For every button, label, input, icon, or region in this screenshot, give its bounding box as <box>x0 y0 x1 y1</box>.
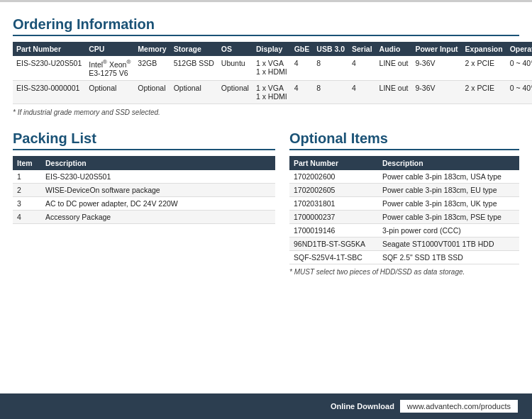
packing-list-section: Packing List Item Description 1EIS-S230-… <box>13 123 275 276</box>
packing-table: Item Description 1EIS-S230-U20S5012WISE-… <box>13 156 275 224</box>
col-usb: USB 3.0 <box>313 42 348 56</box>
ordering-table: Part Number CPU Memory Storage OS Displa… <box>13 42 532 104</box>
ordering-cell: LINE out <box>376 56 412 80</box>
ordering-cell: 4 <box>348 80 376 104</box>
col-audio: Audio <box>376 42 412 56</box>
ordering-header-row: Part Number CPU Memory Storage OS Displa… <box>13 42 532 56</box>
packing-cell: WISE-DeviceOn software package <box>41 183 275 196</box>
packing-row: 2WISE-DeviceOn software package <box>13 183 275 196</box>
col-display: Display <box>253 42 291 56</box>
optional-cell: 1700019146 <box>289 223 378 237</box>
packing-cell: 3 <box>13 196 41 210</box>
two-col-section: Packing List Item Description 1EIS-S230-… <box>13 123 519 276</box>
ordering-cell: 2 x PCIE <box>462 80 506 104</box>
col-cpu: CPU <box>85 42 134 56</box>
ordering-cell: 2 x PCIE <box>462 56 506 80</box>
optional-col-desc: Description <box>378 156 519 170</box>
ordering-cell: 8 <box>313 80 348 104</box>
optional-cell: 96ND1TB-ST-SG5KA <box>289 237 378 250</box>
ordering-row: EIS-S230-U20S501Intel® Xeon®E3-1275 V632… <box>13 56 532 80</box>
ordering-cell: 4 <box>348 56 376 80</box>
optional-row: 17000191463-pin power cord (CCC) <box>289 223 519 237</box>
ordering-cell: 1 x VGA1 x HDMI <box>253 56 291 80</box>
ordering-cell: Ubuntu <box>218 56 253 80</box>
optional-row: 1700000237Power cable 3-pin 183cm, PSE t… <box>289 210 519 223</box>
col-temp: Operating Temperature* <box>506 42 532 56</box>
ordering-cell: 9-36V <box>411 80 461 104</box>
packing-col-desc: Description <box>41 156 275 170</box>
optional-col-part: Part Number <box>289 156 378 170</box>
packing-cell: AC to DC power adapter, DC 24V 220W <box>41 196 275 210</box>
optional-items-title: Optional Items <box>289 130 519 150</box>
packing-list-title: Packing List <box>13 130 275 150</box>
packing-cell: EIS-S230-U20S501 <box>41 170 275 184</box>
ordering-cell: 8 <box>313 56 348 80</box>
optional-row: 1702002600Power cable 3-pin 183cm, USA t… <box>289 170 519 184</box>
optional-cell: Power cable 3-pin 183cm, PSE type <box>378 210 519 223</box>
col-memory: Memory <box>134 42 170 56</box>
col-power: Power Input <box>411 42 461 56</box>
col-expansion: Expansion <box>462 42 506 56</box>
ordering-cell: 4 <box>291 80 314 104</box>
optional-footnote: * MUST select two pieces of HDD/SSD as d… <box>289 268 519 276</box>
ordering-cell: EIS-S230-0000001 <box>13 80 85 104</box>
main-content: Ordering Information Part Number CPU Mem… <box>0 2 532 318</box>
optional-cell: SQF 2.5" SSD 1TB SSD <box>378 250 519 264</box>
footer-url: www.advantech.com/products <box>400 400 518 413</box>
col-part-number: Part Number <box>13 42 85 56</box>
col-gbe: GbE <box>291 42 314 56</box>
packing-cell: 1 <box>13 170 41 184</box>
optional-cell: 1702002605 <box>289 183 378 196</box>
col-os: OS <box>218 42 253 56</box>
optional-cell: Power cable 3-pin 183cm, UK type <box>378 196 519 210</box>
optional-cell: 1702002600 <box>289 170 378 184</box>
packing-cell: 2 <box>13 183 41 196</box>
packing-row: 4Accessory Package <box>13 210 275 223</box>
ordering-cell: Optional <box>170 80 218 104</box>
packing-cell: 4 <box>13 210 41 223</box>
optional-row: 1702031801Power cable 3-pin 183cm, UK ty… <box>289 196 519 210</box>
optional-cell: SQF-S25V4-1T-SBC <box>289 250 378 264</box>
ordering-cell: LINE out <box>376 80 412 104</box>
optional-cell: Seagate ST1000VT001 1TB HDD <box>378 237 519 250</box>
footer: Online Download www.advantech.com/produc… <box>0 393 532 419</box>
ordering-cell: 512GB SSD <box>170 56 218 80</box>
optional-table: Part Number Description 1702002600Power … <box>289 156 519 264</box>
packing-col-item: Item <box>13 156 41 170</box>
packing-cell: Accessory Package <box>41 210 275 223</box>
optional-cell: 1702031801 <box>289 196 378 210</box>
ordering-row: EIS-S230-0000001OptionalOptionalOptional… <box>13 80 532 104</box>
optional-cell: 3-pin power cord (CCC) <box>378 223 519 237</box>
ordering-title: Ordering Information <box>13 16 519 36</box>
optional-cell: Power cable 3-pin 183cm, USA type <box>378 170 519 184</box>
col-serial: Serial <box>348 42 376 56</box>
ordering-cell: EIS-S230-U20S501 <box>13 56 85 80</box>
packing-header-row: Item Description <box>13 156 275 170</box>
packing-row: 1EIS-S230-U20S501 <box>13 170 275 184</box>
ordering-cell: Optional <box>218 80 253 104</box>
ordering-cell: 32GB <box>134 56 170 80</box>
optional-row: 96ND1TB-ST-SG5KASeagate ST1000VT001 1TB … <box>289 237 519 250</box>
ordering-cell: Optional <box>85 80 134 104</box>
ordering-cell: 4 <box>291 56 314 80</box>
ordering-footnote: * If industrial grade memory and SSD sel… <box>13 108 519 116</box>
optional-cell: Power cable 3-pin 183cm, EU type <box>378 183 519 196</box>
ordering-cell: Optional <box>134 80 170 104</box>
optional-row: 1702002605Power cable 3-pin 183cm, EU ty… <box>289 183 519 196</box>
optional-items-section: Optional Items Part Number Description 1… <box>289 123 519 276</box>
optional-row: SQF-S25V4-1T-SBCSQF 2.5" SSD 1TB SSD <box>289 250 519 264</box>
ordering-cell: 0 ~ 40° C <box>506 80 532 104</box>
col-storage: Storage <box>170 42 218 56</box>
footer-label: Online Download <box>331 402 394 410</box>
ordering-cell: 0 ~ 40° C <box>506 56 532 80</box>
packing-row: 3AC to DC power adapter, DC 24V 220W <box>13 196 275 210</box>
optional-cell: 1700000237 <box>289 210 378 223</box>
ordering-cell: 1 x VGA1 x HDMI <box>253 80 291 104</box>
ordering-cell: Intel® Xeon®E3-1275 V6 <box>85 56 134 80</box>
optional-header-row: Part Number Description <box>289 156 519 170</box>
ordering-cell: 9-36V <box>411 56 461 80</box>
